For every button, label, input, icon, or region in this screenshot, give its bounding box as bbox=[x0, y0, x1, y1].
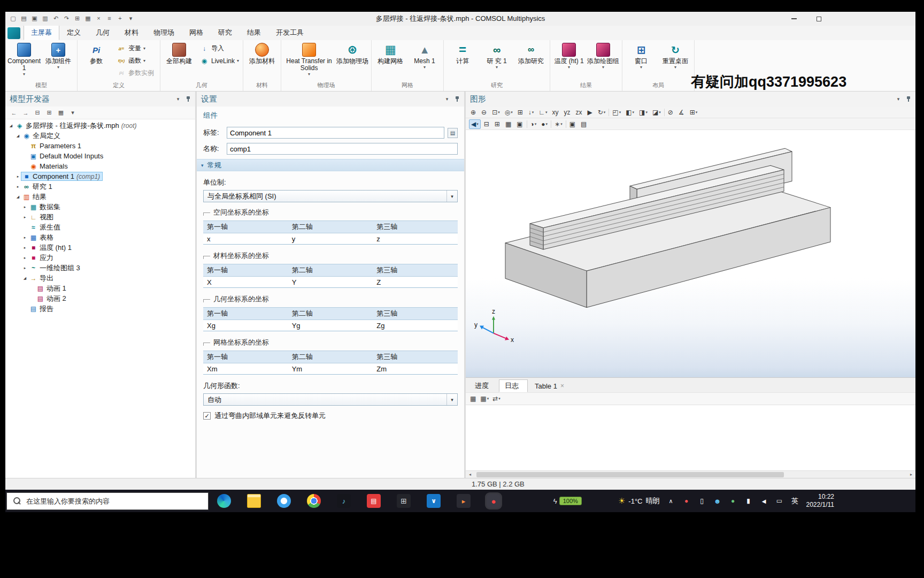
taskbar-clock[interactable]: 10:22 2022/1/11 bbox=[806, 493, 835, 509]
coord-table-cell[interactable]: Zm bbox=[373, 363, 458, 375]
parameter-case-button[interactable]: Pi参数实例 bbox=[114, 67, 158, 79]
select-box-icon[interactable]: ◰▾ bbox=[611, 108, 622, 117]
coord-table-cell[interactable]: Z bbox=[373, 277, 458, 288]
panel-menu-icon[interactable]: ▾ bbox=[895, 96, 902, 102]
microphone-icon[interactable]: ▯ bbox=[698, 497, 706, 505]
expand-arrow-icon[interactable]: ▸ bbox=[22, 256, 28, 260]
expand-arrow-icon[interactable]: ◢ bbox=[22, 276, 28, 280]
color-legend-icon[interactable]: ◑▾ bbox=[529, 119, 538, 129]
window-button[interactable]: ⊞窗口▾ bbox=[624, 41, 658, 70]
expand-arrow-icon[interactable]: ▸ bbox=[15, 174, 21, 179]
tree-item[interactable]: ▤ 动画 1 bbox=[5, 283, 195, 293]
view-zx-icon[interactable]: zx bbox=[574, 108, 584, 117]
coord-table-cell[interactable]: Ym bbox=[288, 363, 373, 375]
table-settings-icon[interactable]: ▦▾ bbox=[480, 395, 489, 402]
tree-item[interactable]: ▸ ∞ 研究 1 bbox=[5, 181, 195, 192]
chrome-icon[interactable] bbox=[307, 494, 321, 508]
expand-arrow-icon[interactable]: ◢ bbox=[15, 195, 21, 199]
scroll-right-icon[interactable]: ▸ bbox=[907, 471, 915, 478]
copy-icon[interactable]: ⊞ bbox=[73, 13, 82, 23]
expand-arrow-icon[interactable]: ◢ bbox=[15, 134, 21, 138]
view-xy-icon[interactable]: xy bbox=[551, 108, 561, 117]
add-material-button[interactable]: 添加材料 bbox=[245, 41, 279, 65]
battery-icon[interactable]: ▮ bbox=[744, 497, 753, 505]
build-mesh-button[interactable]: ▦构建网格 bbox=[373, 41, 407, 65]
tree-item[interactable]: ◢ ◈ 多层焊接 - 往返焊接-条状.mph (root) bbox=[5, 120, 195, 131]
coord-table-cell[interactable]: x bbox=[203, 233, 288, 245]
undo-icon[interactable]: ↶ bbox=[51, 13, 60, 23]
display-icon[interactable]: ▭ bbox=[775, 497, 784, 505]
expand-arrow-icon[interactable]: ▸ bbox=[22, 235, 28, 240]
shape-function-select[interactable]: 自动 ▾ bbox=[203, 393, 458, 406]
forward-icon[interactable]: → bbox=[21, 110, 30, 116]
ribbon-tab[interactable]: 定义 bbox=[59, 25, 88, 40]
tree-item[interactable]: ◢ → 导出 bbox=[5, 273, 195, 283]
physics-interface-button[interactable]: Heat Transfer in Solids▾ bbox=[283, 41, 335, 77]
component-label-input[interactable] bbox=[227, 127, 444, 139]
presentation-app-icon[interactable]: ▸ bbox=[457, 494, 471, 508]
tree-menu-icon[interactable]: ▾ bbox=[68, 109, 77, 116]
coord-table-cell[interactable]: z bbox=[373, 233, 458, 245]
component-button[interactable]: Component 1▾ bbox=[7, 41, 41, 77]
tree-item[interactable]: ▸ ■ 温度 (ht) 1 bbox=[5, 242, 195, 253]
add-study-button[interactable]: ∞添加研究 bbox=[514, 41, 548, 65]
tree-item[interactable]: ▸ ■ Component 1 (comp1) bbox=[5, 171, 195, 181]
print-icon[interactable]: ▥ bbox=[41, 13, 50, 23]
tree-item[interactable]: ▤ 报告 bbox=[5, 303, 195, 314]
functions-button[interactable]: f(x)函数▾ bbox=[114, 55, 158, 66]
coord-table-cell[interactable]: X bbox=[203, 277, 288, 288]
close-tab-icon[interactable]: × bbox=[560, 382, 564, 390]
avoid-inverted-elements-checkbox[interactable]: ✓ bbox=[203, 412, 211, 420]
scene-grid-icon[interactable]: ⊞ bbox=[516, 108, 525, 117]
recording-indicator-icon[interactable]: ● bbox=[682, 497, 691, 505]
snapshot-icon[interactable]: ▣ bbox=[568, 119, 578, 129]
expand-arrow-icon[interactable]: ▸ bbox=[22, 266, 28, 270]
parameters-button[interactable]: Pi参数 bbox=[79, 41, 113, 65]
tree-item[interactable]: π Parameters 1 bbox=[5, 141, 195, 151]
hide-objects-icon[interactable]: ◧▾ bbox=[624, 108, 636, 117]
temperature-plot-button[interactable]: 温度 (ht) 1▾ bbox=[552, 41, 586, 70]
pin-icon[interactable] bbox=[906, 96, 911, 102]
clip-plane-icon[interactable]: ◪▾ bbox=[651, 108, 663, 117]
view-yz-icon[interactable]: yz bbox=[563, 108, 573, 117]
graphics-canvas[interactable]: z x y bbox=[466, 130, 915, 377]
expand-arrow-icon[interactable]: ◢ bbox=[8, 124, 14, 128]
weather-widget[interactable]: ☀ -1°C 晴朗 bbox=[618, 496, 660, 506]
file-explorer-icon[interactable] bbox=[247, 494, 261, 508]
rename-button[interactable]: ▤ bbox=[448, 128, 458, 138]
settings-window-icon[interactable]: ≡ bbox=[105, 13, 114, 23]
collapse-all-icon[interactable]: ⊟ bbox=[33, 109, 42, 116]
search-input[interactable] bbox=[26, 497, 208, 505]
select-mode-icon[interactable]: ⊘ bbox=[666, 108, 675, 117]
tree-item[interactable]: ▸ ■ 应力 bbox=[5, 253, 195, 263]
reset-desktop-button[interactable]: ↻重置桌面▾ bbox=[658, 41, 692, 70]
measure-icon[interactable]: ∡ bbox=[677, 108, 687, 117]
scrollbar-thumb[interactable] bbox=[476, 472, 784, 477]
duplicate-window-icon[interactable]: ⊞ bbox=[493, 119, 502, 129]
play-animation-icon[interactable]: ▶ bbox=[586, 108, 595, 117]
scroll-left-icon[interactable]: ◂ bbox=[466, 471, 474, 478]
coord-table-cell[interactable]: Xm bbox=[203, 363, 288, 375]
delete-icon[interactable]: × bbox=[94, 13, 103, 23]
ribbon-tab[interactable]: 开发工具 bbox=[268, 25, 311, 40]
back-icon[interactable]: ← bbox=[10, 110, 18, 116]
tree-item[interactable]: ▸ ∟ 视图 bbox=[5, 212, 195, 222]
ribbon-tab[interactable]: 结果 bbox=[240, 25, 268, 40]
log-tab[interactable]: Table 1× bbox=[529, 379, 570, 392]
save-icon[interactable]: ▣ bbox=[30, 13, 39, 23]
volume-icon[interactable]: ◀ bbox=[760, 498, 768, 504]
coord-table-cell[interactable]: Xg bbox=[203, 320, 288, 331]
add-plot-group-button[interactable]: 添加绘图组▾ bbox=[586, 41, 620, 70]
panel-menu-icon[interactable]: ▾ bbox=[444, 96, 450, 102]
tree-item[interactable]: ◢ ◉ 全局定义 bbox=[5, 131, 195, 141]
open-file-icon[interactable]: ▤ bbox=[19, 13, 28, 23]
expand-arrow-icon[interactable]: ▸ bbox=[22, 246, 28, 250]
ribbon-tab[interactable]: 研究 bbox=[211, 25, 240, 40]
edge-icon[interactable] bbox=[217, 494, 231, 508]
material-rendering-icon[interactable]: ●▾ bbox=[540, 119, 549, 129]
ribbon-tab[interactable]: 几何 bbox=[88, 25, 117, 40]
application-menu-button[interactable] bbox=[7, 27, 20, 39]
ribbon-tab[interactable]: 主屏幕 bbox=[24, 25, 59, 40]
horizontal-scrollbar[interactable]: ◂ ▸ bbox=[466, 470, 915, 478]
add-physics-button[interactable]: ⊛添加物理场 bbox=[335, 41, 369, 65]
